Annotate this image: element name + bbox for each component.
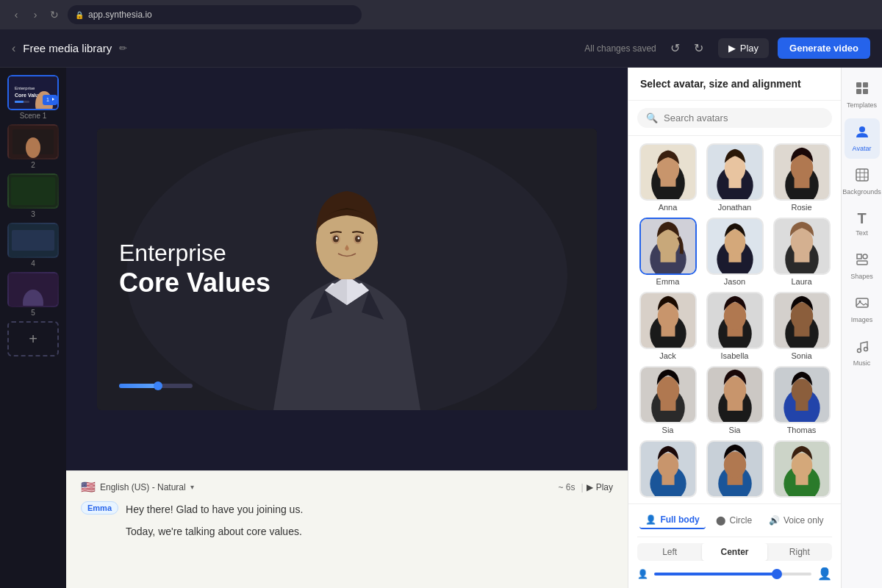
video-text-overlay: Enterprise Core Values (119, 240, 270, 298)
add-scene-button[interactable]: + (7, 321, 59, 356)
svg-rect-4 (15, 101, 24, 103)
video-canvas[interactable]: Enterprise Core Values (97, 129, 597, 410)
flag-icon: 🇺🇸 (81, 480, 96, 494)
avatar-card-jonathan[interactable]: Jonathan (704, 143, 765, 212)
avatar-card-laura[interactable]: Laura (771, 218, 832, 286)
address-bar[interactable]: 🔒 app.synthesia.io (68, 5, 362, 24)
tool-text[interactable]: T Text (845, 204, 880, 243)
view-mode-fullbody[interactable]: 👤 Full body (639, 512, 705, 529)
video-progress-dot (154, 381, 162, 390)
generate-video-button[interactable]: Generate video (778, 37, 870, 59)
scene-1-badge: 1 (43, 95, 57, 105)
avatar-card-thomas[interactable]: Thomas (771, 366, 832, 434)
script-content: Hey there! Glad to have you joining us. … (126, 501, 303, 540)
fullbody-label: Full body (660, 514, 699, 525)
language-label: English (US) - Natural (100, 482, 186, 492)
avatar-card-sia1[interactable]: Sia (637, 366, 698, 434)
reload-button[interactable]: ↻ (47, 7, 62, 22)
avatar-img-emma (639, 218, 697, 275)
svg-rect-96 (856, 169, 868, 181)
scene-thumb-1[interactable]: Enterprise Core Values 1 Scene 1 (7, 75, 59, 120)
search-input[interactable] (664, 112, 823, 123)
browser-chrome: ‹ › ↻ 🔒 app.synthesia.io (0, 0, 882, 29)
voiceonly-icon: 🔊 (769, 515, 780, 526)
align-right-button[interactable]: Right (767, 543, 832, 561)
avatar-img-sonia (773, 292, 831, 349)
video-progress-bar[interactable] (119, 384, 193, 388)
tool-templates[interactable]: Templates (845, 75, 880, 115)
script-duration: ~ 6s | ▶ Play (559, 482, 613, 492)
main-content: Enterprise Core Values 1 Scene 1 (0, 68, 882, 588)
tool-avatar[interactable]: Avatar (845, 118, 880, 159)
script-header: 🇺🇸 English (US) - Natural ▾ ~ 6s | ▶ Pla… (81, 480, 613, 494)
edit-title-icon[interactable]: ✏ (119, 43, 127, 54)
svg-point-11 (26, 137, 40, 158)
svg-point-102 (863, 254, 867, 259)
back-nav-button[interactable]: ‹ (9, 7, 24, 22)
scene-thumb-3[interactable]: 3 (7, 173, 59, 218)
svg-point-86 (723, 451, 745, 478)
voiceonly-label: Voice only (784, 515, 824, 526)
tool-backgrounds[interactable]: Backgrounds (845, 162, 880, 202)
scene-4-preview (7, 223, 59, 258)
avatar-card-rosie[interactable]: Rosie (771, 143, 832, 212)
avatar-card-jason[interactable]: Jason (704, 218, 765, 286)
size-slider[interactable] (654, 573, 811, 576)
size-small-icon: 👤 (637, 569, 648, 579)
top-bar-left: ‹ Free media library ✏ (12, 42, 127, 55)
center-area: Enterprise Core Values 🇺🇸 (66, 68, 628, 588)
size-slider-row: 👤 👤 (637, 567, 832, 581)
avatar-name-sonia: Sonia (791, 351, 811, 360)
language-selector[interactable]: 🇺🇸 English (US) - Natural ▾ (81, 480, 194, 494)
tool-shapes[interactable]: Shapes (845, 246, 880, 287)
scene-4-label: 4 (7, 259, 59, 268)
avatar-img-rosie (773, 143, 831, 201)
script-play-icon: ▶ (587, 482, 593, 492)
app-shell: ‹ Free media library ✏ All changes saved… (0, 29, 882, 588)
templates-icon (855, 81, 870, 99)
avatar-card-emma[interactable]: Emma (637, 218, 698, 286)
scene-thumb-2[interactable]: 2 (7, 124, 59, 169)
svg-point-70 (656, 376, 678, 404)
align-left-button[interactable]: Left (637, 543, 702, 561)
avatar-card-anna[interactable]: Anna (637, 143, 698, 212)
avatar-card-isabella[interactable]: Isabella (704, 292, 765, 360)
avatar-name-jason: Jason (724, 277, 745, 286)
scene-thumb-5[interactable]: 5 (7, 272, 59, 317)
shapes-icon (855, 252, 870, 270)
align-center-button[interactable]: Center (702, 543, 767, 561)
images-icon (855, 295, 870, 314)
svg-point-58 (657, 303, 678, 329)
lock-icon: 🔒 (75, 11, 84, 19)
forward-nav-button[interactable]: › (28, 7, 43, 22)
play-button[interactable]: ▶ Play (718, 38, 769, 58)
avatar-card-sonia[interactable]: Sonia (771, 292, 832, 360)
redo-button[interactable]: ↻ (689, 38, 709, 59)
svg-point-78 (791, 379, 811, 404)
svg-text:Enterprise: Enterprise (15, 86, 35, 90)
undo-button[interactable]: ↺ (665, 38, 686, 59)
avatar-card-13[interactable] (637, 440, 698, 500)
view-mode-voiceonly[interactable]: 🔊 Voice only (763, 512, 830, 529)
avatar-img-jason (706, 218, 764, 275)
svg-rect-103 (857, 261, 867, 265)
circle-label: Circle (729, 515, 752, 526)
tool-images[interactable]: Images (845, 290, 880, 330)
view-mode-circle[interactable]: ⬤ Circle (710, 512, 758, 529)
avatar-img-sia1 (639, 366, 697, 423)
tool-music[interactable]: Music (845, 333, 880, 373)
avatar-card-14[interactable] (704, 440, 765, 500)
back-button[interactable]: ‹ (12, 42, 15, 55)
avatar-card-jack[interactable]: Jack (637, 292, 698, 360)
script-play-button[interactable]: ▶ Play (587, 482, 613, 492)
avatar-options: 👤 Full body ⬤ Circle 🔊 Voice only Left C… (628, 503, 841, 588)
avatar-name-isabella: Isabella (721, 351, 749, 360)
avatar-card-sia2[interactable]: Sia (704, 366, 765, 434)
script-line-1[interactable]: Hey there! Glad to have you joining us. (126, 501, 303, 517)
avatar-name-rosie: Rosie (791, 203, 811, 212)
video-preview-area: Enterprise Core Values (66, 68, 628, 470)
music-icon (855, 339, 870, 357)
scene-thumb-4[interactable]: 4 (7, 223, 59, 268)
script-line-2[interactable]: Today, we're talking about core values. (126, 523, 303, 539)
avatar-card-15[interactable] (771, 440, 832, 500)
